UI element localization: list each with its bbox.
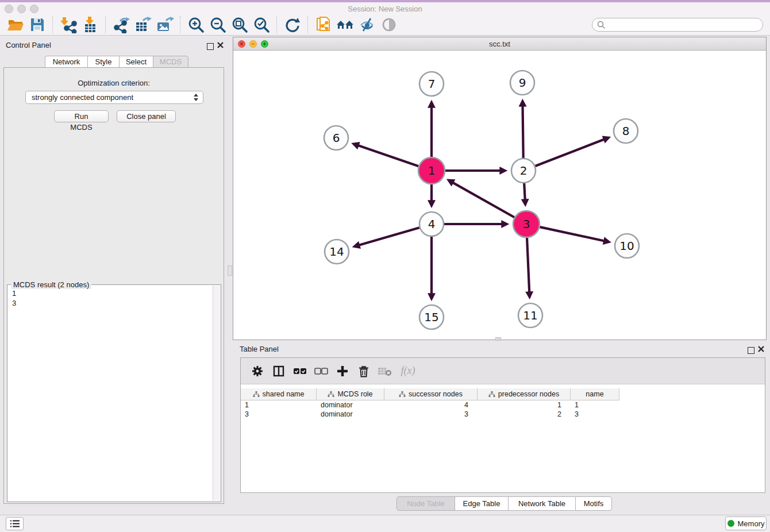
attribute-icon bbox=[328, 391, 334, 398]
zoom-selected-button[interactable] bbox=[251, 15, 272, 34]
graph-node-label-6: 6 bbox=[333, 131, 340, 145]
delete-table-button[interactable] bbox=[374, 363, 395, 380]
apply-layout-button[interactable] bbox=[282, 15, 303, 34]
attribute-icon bbox=[488, 391, 495, 398]
unchecked-boxes-icon bbox=[314, 367, 328, 376]
table-cell[interactable]: dominator bbox=[317, 410, 384, 419]
graph-edge-2-9[interactable] bbox=[523, 106, 523, 158]
network-graph[interactable]: 7968124314101511 bbox=[233, 51, 766, 340]
list-icon bbox=[10, 519, 20, 528]
import-network-button[interactable] bbox=[57, 15, 79, 34]
export-table-icon bbox=[134, 16, 152, 33]
gear-icon bbox=[251, 365, 264, 377]
column-header-shared-name[interactable]: shared name bbox=[241, 388, 317, 400]
mcds-result-text[interactable]: 1 3 bbox=[12, 288, 16, 308]
import-table-button[interactable] bbox=[79, 15, 101, 34]
table-cell[interactable]: 3 bbox=[571, 410, 619, 419]
graph-edge-2-3[interactable] bbox=[524, 183, 525, 199]
split-view-button[interactable] bbox=[268, 363, 289, 380]
delete-column-button[interactable] bbox=[353, 363, 374, 380]
table-cell[interactable]: 1 bbox=[241, 400, 317, 410]
search-icon bbox=[597, 21, 606, 29]
table-cell[interactable]: dominator bbox=[317, 400, 384, 410]
memory-button[interactable]: Memory bbox=[725, 516, 767, 530]
graph-node-label-7: 7 bbox=[428, 77, 436, 91]
result-scrollbar[interactable] bbox=[213, 286, 220, 501]
export-network-icon bbox=[112, 16, 130, 33]
network-window-titlebar[interactable]: × − + scc.txt bbox=[233, 37, 766, 51]
graph-edge-3-1[interactable] bbox=[453, 183, 514, 217]
float-icon bbox=[207, 43, 214, 50]
add-column-button[interactable] bbox=[332, 363, 353, 380]
vertical-splitter-handle[interactable] bbox=[228, 265, 232, 276]
clone-network-button[interactable] bbox=[313, 15, 334, 34]
mcds-result-group: MCDS result (2 nodes) 1 3 bbox=[7, 284, 221, 502]
tab-mcds[interactable]: MCDS bbox=[153, 56, 188, 68]
tab-network-table[interactable]: Network Table bbox=[508, 496, 575, 511]
table-cell[interactable]: 4 bbox=[384, 400, 478, 410]
table-panel-float-button[interactable] bbox=[748, 346, 754, 356]
function-builder-button[interactable]: f(x) bbox=[395, 363, 421, 380]
show-all-button[interactable] bbox=[378, 15, 400, 34]
graph-edge-4-14[interactable] bbox=[359, 228, 419, 245]
tab-network[interactable]: Network bbox=[45, 56, 87, 68]
unselect-all-columns-button[interactable] bbox=[310, 363, 332, 380]
graph-node-label-15: 15 bbox=[424, 310, 438, 324]
column-header-predecessor-nodes[interactable]: predecessor nodes bbox=[478, 388, 571, 400]
select-stepper-icon bbox=[194, 94, 198, 101]
table-panel-close-button[interactable] bbox=[757, 345, 765, 355]
first-neighbors-button[interactable] bbox=[334, 15, 356, 34]
table-cell[interactable]: 2 bbox=[478, 410, 571, 419]
close-panel-button[interactable]: Close panel bbox=[117, 110, 176, 122]
table-cell[interactable]: 3 bbox=[384, 410, 478, 419]
save-session-button[interactable] bbox=[26, 15, 48, 34]
tab-edge-table[interactable]: Edge Table bbox=[455, 496, 508, 511]
zoom-out-button[interactable] bbox=[207, 15, 229, 34]
column-header-successor-nodes[interactable]: successor nodes bbox=[384, 388, 478, 400]
export-image-button[interactable] bbox=[154, 15, 176, 34]
save-floppy-icon bbox=[29, 17, 45, 33]
select-all-columns-button[interactable] bbox=[289, 363, 310, 380]
graph-node-label-8: 8 bbox=[622, 124, 630, 138]
export-table-button[interactable] bbox=[132, 15, 154, 34]
graph-edge-3-11[interactable] bbox=[527, 238, 529, 292]
search-input[interactable] bbox=[606, 20, 746, 30]
column-header-mcds-role[interactable]: MCDS role bbox=[317, 388, 384, 400]
split-columns-icon bbox=[272, 365, 285, 377]
tab-motifs[interactable]: Motifs bbox=[575, 496, 612, 511]
graph-node-label-11: 11 bbox=[523, 309, 537, 322]
table-cell[interactable]: 1 bbox=[571, 400, 619, 410]
graph-edge-3-10[interactable] bbox=[540, 227, 603, 241]
open-folder-icon bbox=[7, 17, 24, 33]
window-title: Session: New Session bbox=[0, 5, 770, 13]
graph-edge-2-8[interactable] bbox=[536, 140, 604, 166]
show-panels-button[interactable] bbox=[6, 517, 24, 530]
export-network-button[interactable] bbox=[110, 15, 132, 34]
network-canvas[interactable]: 7968124314101511 bbox=[233, 51, 766, 340]
zoom-in-button[interactable] bbox=[185, 15, 207, 34]
graph-edge-1-6[interactable] bbox=[359, 145, 419, 166]
table-row[interactable]: 1dominator411 bbox=[241, 400, 619, 410]
column-header-name[interactable]: name bbox=[571, 388, 619, 400]
open-session-button[interactable] bbox=[5, 15, 26, 34]
status-bar: Memory bbox=[0, 515, 770, 532]
hide-selected-button[interactable] bbox=[356, 15, 378, 34]
control-panel-close-button[interactable] bbox=[217, 41, 224, 51]
tab-style[interactable]: Style bbox=[87, 56, 119, 68]
control-panel-float-button[interactable] bbox=[207, 42, 214, 52]
zoom-out-icon bbox=[209, 16, 226, 33]
control-panel-title: Control Panel bbox=[6, 41, 51, 49]
tab-node-table[interactable]: Node Table bbox=[396, 496, 455, 511]
main-toolbar bbox=[0, 14, 770, 36]
table-settings-button[interactable] bbox=[247, 363, 268, 380]
horizontal-splitter-handle[interactable] bbox=[495, 337, 501, 341]
tab-select[interactable]: Select bbox=[119, 56, 153, 68]
table-cell[interactable]: 3 bbox=[241, 410, 317, 419]
zoom-fit-button[interactable] bbox=[229, 15, 251, 34]
search-field[interactable] bbox=[592, 18, 763, 32]
run-mcds-button[interactable]: Run MCDS bbox=[54, 110, 109, 122]
refresh-icon bbox=[284, 16, 301, 33]
table-row[interactable]: 3dominator323 bbox=[241, 410, 619, 419]
table-cell[interactable]: 1 bbox=[478, 400, 571, 410]
optimization-criterion-select[interactable]: strongly connected component bbox=[25, 91, 203, 104]
